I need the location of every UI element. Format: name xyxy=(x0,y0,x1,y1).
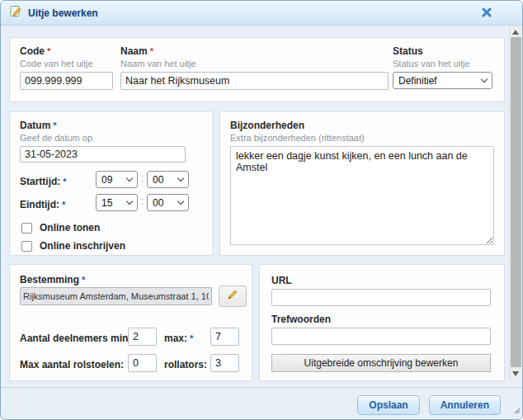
code-input[interactable] xyxy=(20,72,113,90)
deelnemers-min-label: Aantal deelnemers min: xyxy=(20,333,131,344)
rollators-input[interactable] xyxy=(210,354,239,372)
scroll-up-icon[interactable] xyxy=(512,30,519,35)
dialog-footer: Opslaan Annuleren xyxy=(1,387,522,420)
dialog-header: Uitje bewerken xyxy=(1,1,522,26)
cancel-button[interactable]: Annuleren xyxy=(429,395,501,415)
bestemming-input[interactable] xyxy=(20,287,212,305)
url-input[interactable] xyxy=(271,289,491,306)
online-inschrijven-checkbox[interactable] xyxy=(21,241,32,252)
vertical-scrollbar[interactable] xyxy=(509,26,521,380)
bijzonderheden-panel: Bijzonderheden Extra bijzonderheden (rit… xyxy=(219,111,505,256)
pencil-icon xyxy=(227,289,238,304)
required-marker: * xyxy=(53,120,56,130)
required-marker: * xyxy=(150,46,153,56)
eindtijd-label: Eindtijd:* xyxy=(20,199,65,210)
rolstoelen-input[interactable] xyxy=(128,354,157,372)
rollators-label: rollators: xyxy=(164,359,207,370)
resize-grip-icon[interactable] xyxy=(512,403,521,418)
online-tonen-row: Online tonen xyxy=(21,222,100,234)
save-button[interactable]: Opslaan xyxy=(357,395,419,415)
bijzonderheden-label: Bijzonderheden xyxy=(230,120,304,131)
naam-sublabel: Naam van het uitje xyxy=(120,59,196,68)
rolstoelen-label: Max aantal rolstoelen: xyxy=(20,359,124,370)
time-separator: : xyxy=(141,196,144,207)
status-select[interactable]: Definitief xyxy=(393,72,492,89)
online-inschrijven-label[interactable]: Online inschrijven xyxy=(40,240,125,252)
eindtijd-minute-select[interactable]: 00 xyxy=(147,194,189,211)
uitgebreide-omschrijving-button[interactable]: Uitgebreide omschrijving bewerken xyxy=(271,354,491,372)
status-select-value: Definitief xyxy=(398,75,437,87)
online-tonen-label[interactable]: Online tonen xyxy=(40,222,100,234)
close-button[interactable] xyxy=(479,6,494,21)
bijzonderheden-textarea[interactable]: lekker een dagje kunst kijken, en een lu… xyxy=(230,146,494,245)
deelnemers-max-input[interactable] xyxy=(210,328,239,346)
chevron-down-icon xyxy=(481,76,488,83)
scrollbar-thumb[interactable] xyxy=(511,37,521,367)
starttijd-hour-value: 09 xyxy=(101,174,112,186)
online-inschrijven-row: Online inschrijven xyxy=(21,240,125,252)
required-marker: * xyxy=(47,46,50,56)
deelnemers-max-label: max:* xyxy=(164,333,193,344)
eindtijd-hour-value: 15 xyxy=(101,197,112,209)
chevron-down-icon xyxy=(177,175,184,182)
eindtijd-minute-value: 00 xyxy=(153,197,163,209)
chevron-down-icon xyxy=(126,175,133,182)
bestemming-label: Bestemming* xyxy=(20,274,85,286)
dialog-title: Uitje bewerken xyxy=(28,7,98,19)
close-icon xyxy=(482,6,492,21)
starttijd-minute-select[interactable]: 00 xyxy=(147,171,189,188)
required-marker: * xyxy=(190,333,193,343)
edit-document-icon xyxy=(9,5,22,21)
datetime-panel: Datum* Geef de datum op Starttijd:* 09 :… xyxy=(9,111,213,256)
chevron-down-icon xyxy=(177,198,184,205)
trefwoorden-label: Trefwoorden xyxy=(271,314,331,325)
starttijd-minute-value: 00 xyxy=(153,174,163,186)
deelnemers-min-input[interactable] xyxy=(128,328,157,346)
url-panel: URL Trefwoorden Uitgebreide omschrijving… xyxy=(259,264,505,381)
basic-info-panel: Code* Code van het uitje Naam* Naam van … xyxy=(9,37,505,102)
bestemming-panel: Bestemming* Aantal deelnemers min: max:*… xyxy=(9,264,252,381)
time-separator: : xyxy=(141,172,144,184)
status-label: Status xyxy=(393,45,423,57)
datum-label: Datum* xyxy=(20,120,57,131)
eindtijd-hour-select[interactable]: 15 xyxy=(96,194,138,211)
datum-input[interactable] xyxy=(20,146,186,163)
code-sublabel: Code van het uitje xyxy=(20,59,93,68)
naam-input[interactable] xyxy=(120,72,389,90)
status-sublabel: Status van het uitje xyxy=(393,59,470,68)
url-label: URL xyxy=(271,275,292,286)
required-marker: * xyxy=(82,275,85,285)
scroll-down-icon[interactable] xyxy=(512,371,519,376)
starttijd-label: Starttijd:* xyxy=(20,176,67,187)
online-tonen-checkbox[interactable] xyxy=(21,223,32,234)
naam-label: Naam* xyxy=(120,45,153,57)
trefwoorden-input[interactable] xyxy=(271,328,491,345)
datum-sublabel: Geef de datum op xyxy=(20,133,92,143)
starttijd-hour-select[interactable]: 09 xyxy=(96,171,138,188)
bestemming-edit-button[interactable] xyxy=(219,286,247,307)
required-marker: * xyxy=(63,177,66,186)
code-label: Code* xyxy=(20,45,50,57)
bijzonderheden-sublabel: Extra bijzonderheden (rittenstaat) xyxy=(230,133,365,143)
required-marker: * xyxy=(62,200,65,210)
chevron-down-icon xyxy=(126,198,133,205)
uitje-bewerken-dialog: Uitje bewerken Code* Code van het uitje … xyxy=(0,0,523,420)
